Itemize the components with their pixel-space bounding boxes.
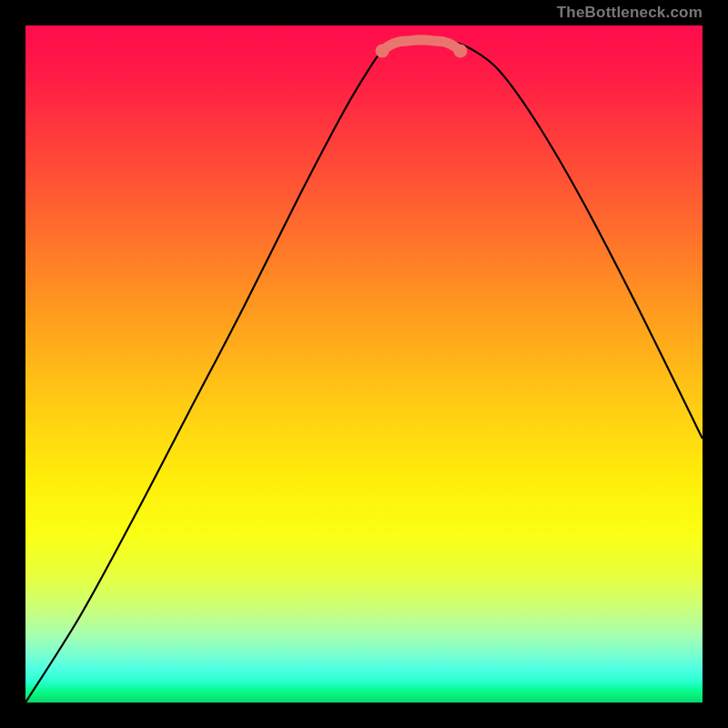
bottleneck-curve bbox=[25, 40, 703, 703]
safe-zone-marker-end bbox=[454, 45, 468, 58]
safe-zone-marker-end bbox=[376, 45, 389, 58]
watermark: TheBottleneck.com bbox=[557, 4, 703, 22]
bottleneck-chart bbox=[25, 25, 703, 703]
safe-zone-marker bbox=[382, 40, 460, 51]
chart-frame: TheBottleneck.com bbox=[25, 25, 703, 703]
